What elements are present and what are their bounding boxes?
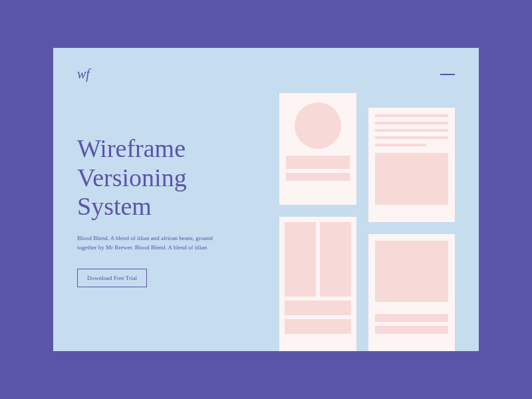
- hero-card: wf Wireframe Versioning System Blood Ble…: [53, 48, 479, 351]
- placeholder-line: [375, 129, 448, 132]
- placeholder-line: [375, 114, 448, 117]
- menu-icon[interactable]: [440, 74, 455, 75]
- placeholder-column: [320, 222, 351, 297]
- download-trial-button[interactable]: Download Free Trial: [77, 269, 147, 287]
- placeholder-line: [375, 122, 448, 124]
- hero-content: Wireframe Versioning System Blood Blend.…: [77, 134, 263, 287]
- placeholder-block: [375, 241, 448, 302]
- wireframe-mockups: [279, 93, 479, 351]
- header: wf: [77, 66, 455, 82]
- placeholder-column: [285, 222, 316, 297]
- placeholder-line: [375, 136, 448, 139]
- placeholder-bar: [285, 301, 351, 315]
- placeholder-bar: [375, 314, 448, 322]
- placeholder-bar: [286, 156, 350, 169]
- logo[interactable]: wf: [77, 66, 90, 82]
- placeholder-line: [375, 144, 426, 146]
- mockup-panel-a: [279, 93, 356, 205]
- placeholder-columns: [285, 222, 351, 297]
- placeholder-circle: [295, 102, 341, 149]
- placeholder-bar: [286, 173, 350, 181]
- placeholder-bar: [285, 319, 351, 334]
- placeholder-bar: [375, 326, 448, 334]
- placeholder-block: [375, 153, 448, 205]
- hero-description: Blood Blend. A blend of itlian and afric…: [77, 233, 223, 253]
- mockup-panel-c: [279, 217, 356, 351]
- hero-title: Wireframe Versioning System: [77, 134, 263, 221]
- mockup-panel-b: [368, 108, 455, 222]
- mockup-panel-d: [368, 234, 455, 351]
